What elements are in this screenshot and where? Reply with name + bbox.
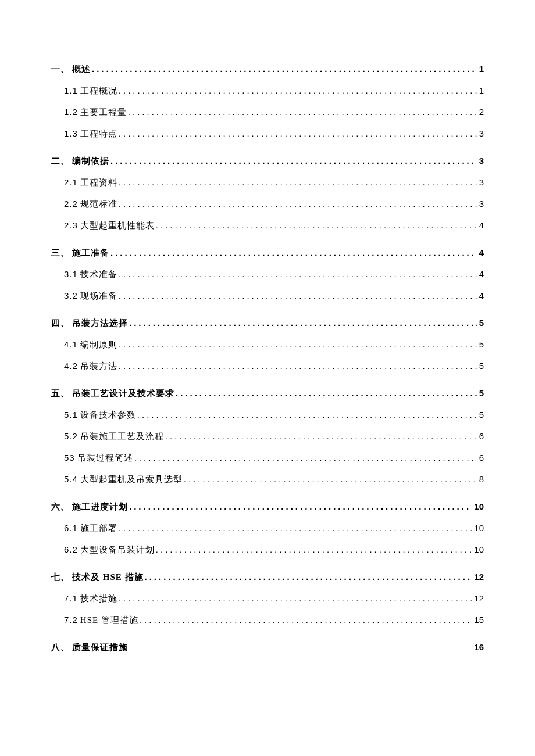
toc-leader bbox=[140, 615, 472, 625]
toc-entry-page: 1 bbox=[478, 64, 484, 74]
toc-entry-number: 八、 bbox=[51, 642, 70, 653]
toc-entry: 7.1技术措施12 bbox=[64, 593, 484, 604]
toc-leader bbox=[165, 431, 477, 441]
toc-entry-number: 2.1 bbox=[64, 177, 78, 187]
toc-entry-title: 大型起重机及吊索具选型 bbox=[80, 474, 183, 485]
toc-leader bbox=[176, 388, 477, 398]
toc-entry-page: 2 bbox=[478, 107, 484, 117]
toc-entry-title: 主要工程量 bbox=[80, 107, 127, 118]
toc-leader bbox=[134, 453, 477, 463]
toc-entry-number: 2.3 bbox=[64, 220, 78, 230]
toc-entry-page: 15 bbox=[473, 615, 484, 625]
toc-entry-title: 吊装施工工艺及流程 bbox=[80, 431, 164, 442]
toc-entry-title: 现场准备 bbox=[80, 291, 117, 302]
toc-entry-page: 4 bbox=[478, 220, 484, 230]
toc-entry: 六、施工进度计划10 bbox=[51, 501, 484, 513]
toc-entry-number: 五、 bbox=[51, 388, 70, 399]
toc-entry: 6.1施工部署10 bbox=[64, 523, 484, 534]
toc-entry-number: 3.2 bbox=[64, 291, 78, 300]
toc-entry: 1.3工程特点3 bbox=[64, 128, 484, 139]
toc-leader bbox=[119, 128, 477, 138]
toc-entry-title: 工程特点 bbox=[80, 128, 117, 139]
toc-leader bbox=[156, 544, 472, 554]
toc-entry: 5.4大型起重机及吊索具选型8 bbox=[64, 474, 484, 485]
toc-entry-number: 4.2 bbox=[64, 361, 78, 371]
toc-leader bbox=[119, 593, 472, 603]
toc-entry-title: 工程资料 bbox=[80, 177, 117, 188]
toc-entry-page: 1 bbox=[478, 85, 484, 95]
toc-entry-number: 1.2 bbox=[64, 107, 78, 117]
toc-entry-number: 六、 bbox=[51, 501, 70, 513]
toc-entry-title: 编制依据 bbox=[72, 156, 109, 167]
toc-entry: 2.1工程资料3 bbox=[64, 177, 484, 188]
toc-entry-number: 53 bbox=[64, 453, 75, 463]
toc-entry-title: 吊装方法 bbox=[80, 361, 117, 372]
toc-entry-title: 技术措施 bbox=[80, 593, 117, 604]
toc-entry: 2.3大型起重机性能表4 bbox=[64, 220, 484, 231]
toc-entry: 4.1编制原则5 bbox=[64, 339, 484, 350]
toc-entry-title: 工程概况 bbox=[80, 85, 117, 96]
toc-leader bbox=[129, 318, 477, 328]
toc-entry: 3.2现场准备4 bbox=[64, 291, 484, 302]
toc-entry-number: 一、 bbox=[51, 64, 70, 75]
toc-entry-page: 3 bbox=[478, 156, 484, 166]
toc-entry-page: 3 bbox=[478, 177, 484, 187]
toc-entry-title: 设备技术参数 bbox=[80, 410, 136, 421]
toc-leader bbox=[119, 85, 477, 95]
toc-entry-page: 12 bbox=[473, 572, 484, 582]
toc-entry-page: 12 bbox=[473, 593, 484, 603]
toc-entry: 2.2规范标准3 bbox=[64, 199, 484, 210]
toc-entry: 5.1设备技术参数5 bbox=[64, 410, 484, 421]
toc-entry: 1.2主要工程量2 bbox=[64, 107, 484, 118]
toc-entry-number: 二、 bbox=[51, 156, 70, 167]
toc-entry-number: 3.1 bbox=[64, 269, 78, 279]
toc-entry: 1.1工程概况1 bbox=[64, 85, 484, 96]
toc-entry: 4.2吊装方法5 bbox=[64, 361, 484, 372]
toc-entry-page: 5 bbox=[478, 388, 484, 398]
toc-leader bbox=[128, 107, 477, 117]
toc-entry-title: 质量保证措施 bbox=[72, 642, 128, 653]
toc-entry-page: 5 bbox=[478, 339, 484, 349]
toc-leader bbox=[119, 291, 477, 300]
toc-leader bbox=[145, 572, 473, 582]
toc-leader bbox=[129, 501, 472, 511]
toc-entry-number: 1.3 bbox=[64, 128, 78, 138]
toc-entry-title: 编制原则 bbox=[80, 339, 117, 350]
toc-entry-page: 5 bbox=[478, 410, 484, 420]
toc-entry: 3.1技术准备4 bbox=[64, 269, 484, 280]
toc-entry-number: 5.4 bbox=[64, 474, 78, 484]
toc-entry: 四、吊装方法选择5 bbox=[51, 318, 484, 329]
toc-entry-page: 5 bbox=[478, 361, 484, 371]
toc-entry-title: 技术准备 bbox=[80, 269, 117, 280]
toc-entry: 七、技术及 HSE 措施12 bbox=[51, 572, 484, 583]
toc-entry-title: 施工准备 bbox=[72, 248, 109, 259]
toc-leader bbox=[119, 523, 472, 533]
toc-entry: 五、吊装工艺设计及技术要求5 bbox=[51, 388, 484, 399]
toc-entry-title: 技术及 HSE 措施 bbox=[72, 572, 144, 583]
toc-entry-number: 7.2 bbox=[64, 615, 78, 625]
toc-entry-number: 7.1 bbox=[64, 593, 78, 603]
toc-leader bbox=[110, 248, 477, 257]
toc-entry: 二、编制依据3 bbox=[51, 156, 484, 167]
toc-leader bbox=[119, 177, 477, 187]
toc-entry-title: 概述 bbox=[72, 64, 91, 75]
table-of-contents: 一、概述11.1工程概况11.2主要工程量21.3工程特点3二、编制依据32.1… bbox=[51, 64, 484, 653]
toc-entry-title: 吊装工艺设计及技术要求 bbox=[72, 388, 174, 399]
toc-entry-page: 5 bbox=[478, 318, 484, 328]
toc-leader bbox=[119, 269, 477, 279]
toc-entry: 7.2HSE 管理措施15 bbox=[64, 615, 484, 626]
toc-entry-title: 施工进度计划 bbox=[72, 501, 128, 513]
toc-entry-page: 4 bbox=[478, 269, 484, 279]
toc-leader bbox=[184, 474, 477, 484]
toc-entry-page: 10 bbox=[473, 544, 484, 554]
toc-entry: 一、概述1 bbox=[51, 64, 484, 75]
toc-entry-title: 吊装过程简述 bbox=[77, 453, 133, 464]
toc-entry-title: 吊装方法选择 bbox=[72, 318, 128, 329]
toc-entry: 53吊装过程简述6 bbox=[64, 453, 484, 464]
toc-entry: 6.2大型设备吊装计划10 bbox=[64, 544, 484, 556]
toc-leader bbox=[119, 361, 477, 371]
toc-entry-number: 1.1 bbox=[64, 85, 78, 95]
toc-entry-number: 6.2 bbox=[64, 544, 78, 554]
toc-entry-number: 4.1 bbox=[64, 339, 78, 349]
toc-entry-page: 4 bbox=[478, 291, 484, 300]
